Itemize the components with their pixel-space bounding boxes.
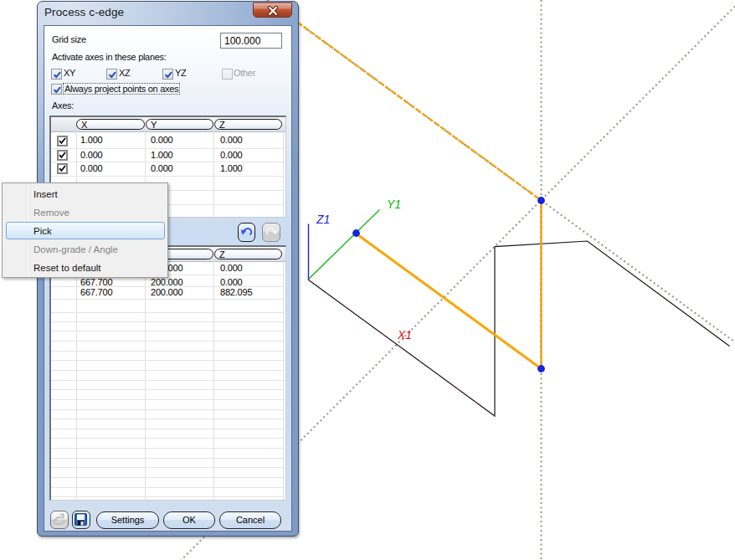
svg-text:X1: X1 bbox=[397, 328, 412, 342]
svg-text:Y1: Y1 bbox=[387, 198, 401, 211]
svg-text:Z1: Z1 bbox=[316, 213, 330, 226]
